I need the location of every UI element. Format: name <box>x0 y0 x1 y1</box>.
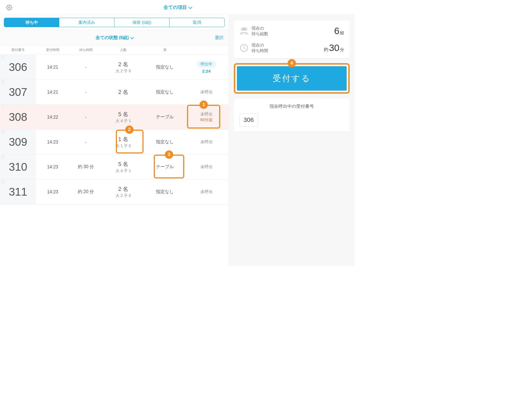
status-badge-calling: 呼出中 <box>197 61 216 68</box>
gear-icon[interactable] <box>6 4 12 11</box>
col-seat: 席 <box>144 48 186 52</box>
stat-wait-label2: 待ち時間 <box>252 48 324 53</box>
cell-id: 309 <box>0 130 36 154</box>
cell-time: 14:23 <box>36 190 69 195</box>
status-uncalled: 未呼出 <box>186 112 227 117</box>
calling-card: 現在呼出中の受付番号 306 <box>234 99 350 132</box>
table-row[interactable]: 311 14:23 約 20 分 2 名 大 2 子 0 指定なし 未呼出 <box>0 180 229 204</box>
svg-point-0 <box>8 7 10 8</box>
calling-title: 現在呼出中の受付番号 <box>239 104 344 109</box>
select-button[interactable]: 選択 <box>215 35 224 41</box>
cell-time: 14:21 <box>36 90 69 95</box>
people-icon <box>239 26 249 36</box>
cell-seat: 指定なし <box>144 139 186 145</box>
top-bar: 全ての項目 <box>0 0 355 15</box>
status-uncalled: 未呼出 <box>186 139 227 145</box>
stat-groups-label2: 待ち組数 <box>252 31 334 37</box>
table-row[interactable]: 309 14:23 - 1 名 大 1 子 0 指定なし 未呼出2 <box>0 130 229 155</box>
chevron-down-icon <box>131 35 134 39</box>
header-filter-dropdown[interactable]: 全ての項目 <box>163 4 191 11</box>
chevron-down-icon <box>188 5 192 9</box>
tab-waiting[interactable]: 待ち中 <box>4 18 59 27</box>
stat-wait-pre: 約 <box>324 47 328 53</box>
checkin-button[interactable]: 受付する <box>237 66 347 91</box>
content: 待ち中 案内済み 保留 (0組) 取消 全ての状態 (6組) 選択 受付番号 受… <box>0 15 355 266</box>
table-row[interactable]: 306 14:21 - 2 名 大 2 子 0 指定なし 呼出中 2:24 <box>0 55 229 80</box>
cell-time: 14:23 <box>36 165 69 170</box>
calling-number[interactable]: 306 <box>239 113 258 127</box>
cell-status: 未呼出 <box>186 164 227 170</box>
cell-status: 未呼出 <box>186 139 227 145</box>
cell-status: 未呼出 <box>186 189 227 195</box>
status-uncalled: 未呼出 <box>186 164 227 170</box>
svg-point-3 <box>243 28 245 30</box>
cell-time: 14:22 <box>36 115 69 120</box>
stat-groups-value: 6 <box>334 25 339 36</box>
cell-people: 5 名 大 4 子 1 <box>103 111 144 124</box>
cell-id: 307 <box>0 80 36 104</box>
cell-seat: 指定なし <box>144 64 186 70</box>
cell-wait: - <box>69 65 103 70</box>
status-tabs: 待ち中 案内済み 保留 (0組) 取消 <box>4 18 225 27</box>
cell-wait: - <box>69 90 103 95</box>
cell-wait: - <box>69 115 103 120</box>
list-filter-bar: 全ての状態 (6組) 選択 <box>0 30 229 45</box>
cell-status: 呼出中 2:24 <box>186 61 227 73</box>
cell-id: 310 <box>0 155 36 179</box>
status-timer: 2:24 <box>186 69 227 73</box>
cell-seat: テーブル <box>144 164 186 170</box>
cell-time: 14:23 <box>36 140 69 145</box>
tab-hold[interactable]: 保留 (0組) <box>114 18 169 27</box>
cell-seat: テーブル <box>144 114 186 120</box>
col-wait: 待ち時間 <box>69 48 103 52</box>
stat-wait-value: 30 <box>329 42 339 53</box>
stat-groups: 現在の 待ち組数 6 組 <box>239 25 344 36</box>
table-row[interactable]: 310 14:23 約 30 分 5 名 大 4 子 1 テーブル 未呼出3 <box>0 155 229 180</box>
cta-wrap: 4 受付する <box>234 63 350 94</box>
stat-groups-unit: 組 <box>340 30 344 35</box>
cell-seat: 指定なし <box>144 89 186 95</box>
cell-id: 311 <box>0 180 36 204</box>
cell-status: 未呼出 <box>186 89 227 95</box>
col-people: 人数 <box>103 48 144 52</box>
stat-groups-label1: 現在の <box>252 25 334 31</box>
cell-wait: 約 30 分 <box>69 164 103 170</box>
status-uncalled: 未呼出 <box>186 189 227 195</box>
col-id: 受付番号 <box>0 48 36 52</box>
table-row[interactable]: 307 14:21 - 2 名 指定なし 未呼出 <box>0 80 229 105</box>
cell-wait: - <box>69 140 103 145</box>
status-over60: 60分超 <box>186 117 227 122</box>
status-uncalled: 未呼出 <box>186 89 227 95</box>
cell-status: 未呼出 60分超 <box>186 112 227 122</box>
right-pane: 現在の 待ち組数 6 組 現在の 待ち時間 約 30 分 <box>229 15 355 266</box>
stat-wait: 現在の 待ち時間 約 30 分 <box>239 42 344 53</box>
col-time: 受付時間 <box>36 48 69 52</box>
table-rows: 306 14:21 - 2 名 大 2 子 0 指定なし 呼出中 2:24 30… <box>0 55 229 266</box>
left-pane: 待ち中 案内済み 保留 (0組) 取消 全ての状態 (6組) 選択 受付番号 受… <box>0 15 229 266</box>
cell-wait: 約 20 分 <box>69 189 103 195</box>
list-filter-dropdown[interactable]: 全ての状態 (6組) <box>96 35 133 41</box>
cell-people: 5 名 大 4 子 1 <box>103 160 144 173</box>
table-row[interactable]: 308 14:22 - 5 名 大 4 子 1 テーブル 未呼出 60分超1 <box>0 105 229 130</box>
clock-icon <box>239 43 249 53</box>
stat-wait-unit: 分 <box>340 47 344 52</box>
stat-wait-label1: 現在の <box>252 42 324 48</box>
list-filter-label: 全ての状態 (6組) <box>96 35 129 41</box>
callout-highlight-4: 受付する <box>234 63 350 94</box>
cell-people: 1 名 大 1 子 0 <box>103 135 144 149</box>
cell-id: 308 <box>0 105 36 129</box>
header-filter-label: 全ての項目 <box>163 4 187 11</box>
cell-people: 2 名 大 2 子 0 <box>103 185 144 198</box>
stats-card: 現在の 待ち組数 6 組 現在の 待ち時間 約 30 分 <box>234 21 350 58</box>
cell-people: 2 名 大 2 子 0 <box>103 61 144 74</box>
cell-people: 2 名 <box>103 88 144 96</box>
cell-id: 306 <box>0 55 36 80</box>
cell-seat: 指定なし <box>144 189 186 195</box>
tab-cancel[interactable]: 取消 <box>169 18 224 27</box>
table-header: 受付番号 受付時間 待ち時間 人数 席 <box>0 45 229 55</box>
tab-guided[interactable]: 案内済み <box>59 18 114 27</box>
cell-time: 14:21 <box>36 65 69 70</box>
